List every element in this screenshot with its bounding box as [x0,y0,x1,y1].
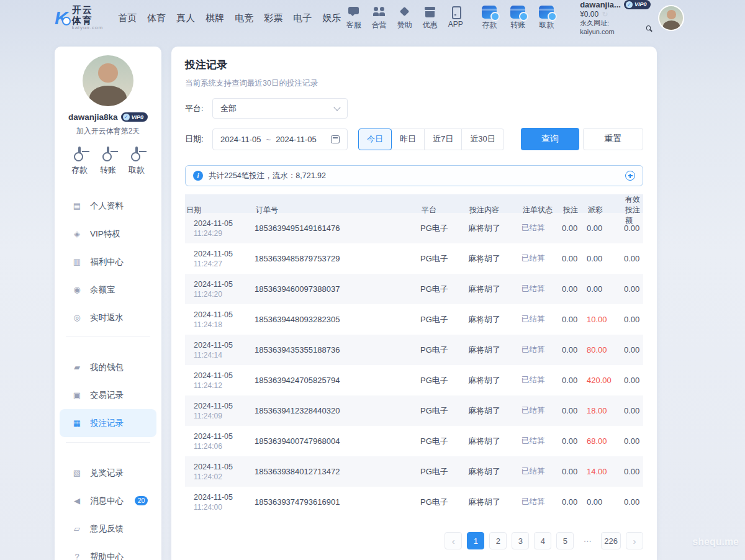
nav-item[interactable]: 真人 [175,10,196,27]
quick-link[interactable]: 优惠 [418,6,441,30]
refresh-balance-icon[interactable]: ↻ [602,10,608,19]
sidebar-menu-item[interactable]: ▤ 个人资料 [60,192,156,220]
pagination-item[interactable]: ⋯ [579,532,596,549]
magnifier-icon[interactable] [646,25,651,30]
cell-bet-content: 麻将胡了 [468,284,522,295]
date-filter-row: 日期: 2024-11-05 ~ 2024-11-05 今日昨日近7日近30日 … [185,128,643,150]
user-avatar[interactable] [658,5,684,31]
sidebar-menu-item[interactable]: ▦ 投注记录 [60,409,156,437]
pagination-item[interactable]: › [626,532,643,549]
sidebar-menu-item[interactable]: ▧ 兑奖记录 [60,459,156,487]
help-center-icon: ? [71,552,83,560]
wallet-link-label: 取款 [539,20,554,30]
sidebar-menu-item[interactable]: ◉ 余额宝 [60,276,156,304]
sidebar-menu-item[interactable]: ▥ 福利中心 [60,248,156,276]
sidebar-menu-item[interactable]: ◈ VIP特权 [60,220,156,248]
menu-item-label: 帮助中心 [90,551,124,560]
table-row: 2024-11-05 11:24:29 1853639495149161476 … [185,213,643,243]
cell-order-number: 1853639374793616901 [255,497,420,507]
quick-link[interactable]: 客服 [342,6,365,30]
pagination-item[interactable]: 2 [489,532,507,549]
cell-order-number: 1853639460097388037 [255,284,420,294]
search-button[interactable]: 查询 [521,128,579,150]
quick-link[interactable]: 赞助 [393,6,416,30]
nav-item[interactable]: 首页 [117,10,138,27]
sidebar-menu-item[interactable]: ◀ 消息中心 20 [60,487,156,515]
deposit-icon [78,147,81,160]
cell-date: 2024-11-05 11:24:18 [185,310,255,329]
summary-text: 共计2254笔投注，流水：8,721.92 [209,171,326,181]
cell-date: 2024-11-05 11:24:14 [185,341,255,359]
cell-platform: PG电子 [420,466,468,477]
cell-platform: PG电子 [420,497,468,508]
sidebar-menu-item[interactable]: ▰ 我的钱包 [60,353,156,381]
profile-quick-action[interactable]: 转账 [100,148,116,176]
reset-button[interactable]: 重置 [583,128,643,150]
table-row: 2024-11-05 11:24:27 1853639485879753729 … [185,243,643,274]
wallet-link[interactable]: 取款 [535,6,558,30]
cell-payout: 18.00 [587,406,624,415]
profile-quick-action[interactable]: 存款 [71,148,88,176]
promotions-icon [423,6,438,19]
date-end: 2024-11-05 [276,135,317,144]
nav-item[interactable]: 体育 [146,10,167,27]
quick-link[interactable]: APP [444,6,467,30]
sidebar-menu-item[interactable]: ◎ 实时返水 [60,304,156,332]
cell-bet-amount: 0.00 [562,436,587,446]
profile-card: dawanjia8ka VIP0 加入开云体育第2天 存款 转账 取款 [55,55,161,176]
sidebar-menu-item[interactable]: ? 帮助中心 [60,543,156,560]
cell-bet-amount: 0.00 [562,254,587,263]
profile-username: dawanjia8ka [68,112,118,122]
platform-label: 平台: [185,103,212,114]
sidebar-menu-item[interactable]: ▱ 意见反馈 [60,515,156,543]
pagination-item[interactable]: 226 [601,532,621,549]
pagination-item[interactable]: 4 [534,532,551,549]
cell-platform: PG电子 [420,284,468,295]
brand-logo[interactable]: K 开云体育 kaiyun.com [55,5,103,31]
cell-payout: 0.00 [587,254,624,263]
quick-date-button[interactable]: 近7日 [424,129,462,150]
cell-order-number: 1853639384012713472 [255,467,420,476]
cell-valid-amount: 0.00 [624,345,643,355]
quick-link[interactable]: 合营 [368,6,391,30]
wallet-link[interactable]: 存款 [478,6,500,30]
pagination-item[interactable]: 1 [467,532,484,549]
cell-payout: 0.00 [587,224,624,233]
table-header-cell: 日期 [185,205,255,215]
pagination-item[interactable]: 5 [556,532,574,549]
cell-platform: PG电子 [420,253,468,264]
quick-date-button[interactable]: 近30日 [461,129,503,150]
cell-date: 2024-11-05 11:24:12 [185,371,255,390]
balance: ¥0.00 [580,10,598,19]
vip-shield-icon [626,1,633,8]
nav-item[interactable]: 彩票 [263,10,284,27]
wallet-link[interactable]: 转账 [507,6,529,30]
sidebar: dawanjia8ka VIP0 加入开云体育第2天 存款 转账 取款 [55,47,161,560]
quick-link-label: APP [448,20,463,29]
wallet-link-label: 转账 [510,20,525,30]
quick-date-button[interactable]: 昨日 [391,129,425,150]
menu-item-label: 余额宝 [90,284,115,296]
cell-platform: PG电子 [420,345,468,356]
pagination-item[interactable]: ‹ [445,532,462,549]
sidebar-menu-account: ▤ 个人资料 ◈ VIP特权 ▥ 福利中心 ◉ 余额宝 ◎ [55,192,161,332]
platform-select[interactable]: 全部 [212,98,348,119]
menu-item-label: 福利中心 [90,256,124,268]
profile-avatar[interactable] [83,55,133,106]
nav-item[interactable]: 娱乐 [321,10,342,27]
nav-item[interactable]: 棋牌 [204,10,225,27]
nav-item[interactable]: 电子 [292,10,313,27]
quick-date-button[interactable]: 今日 [358,129,392,150]
expand-plus-icon[interactable] [625,171,635,181]
cell-date: 2024-11-05 11:24:02 [185,463,255,481]
date-range-input[interactable]: 2024-11-05 ~ 2024-11-05 [212,129,348,150]
date-separator: ~ [266,135,271,144]
wallet-link-label: 存款 [482,20,497,30]
pagination-item[interactable]: 3 [512,532,529,549]
nav-item[interactable]: 电竞 [233,10,255,27]
user-info[interactable]: dawanjia... VIP0 ¥0.00 ↻ 永久网址: kaiyun.co… [580,0,651,36]
profile-quick-actions: 存款 转账 取款 [55,148,161,176]
profile-quick-action[interactable]: 取款 [129,148,145,176]
sidebar-menu-item[interactable]: ▣ 交易记录 [60,381,156,409]
divider [66,442,150,443]
